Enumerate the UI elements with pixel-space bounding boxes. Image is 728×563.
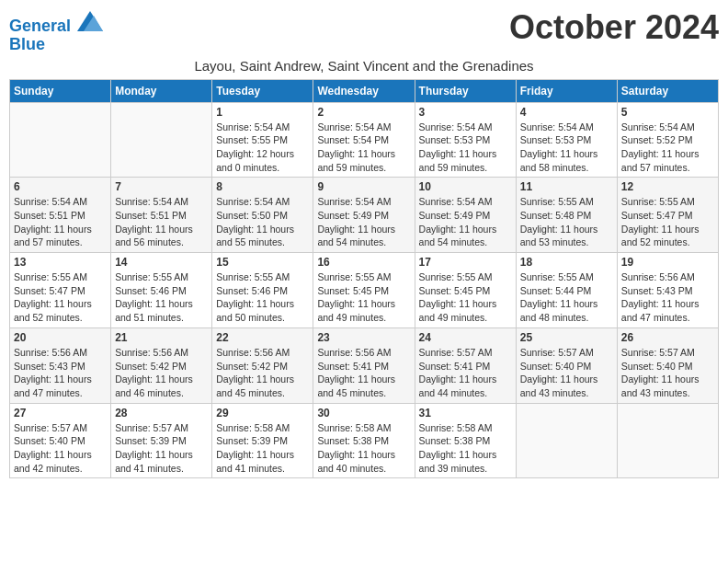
day-detail: Sunrise: 5:55 AMSunset: 5:47 PMDaylight:…: [14, 270, 107, 325]
calendar-cell: 17Sunrise: 5:55 AMSunset: 5:45 PMDayligh…: [415, 253, 516, 328]
calendar-week-row: 1Sunrise: 5:54 AMSunset: 5:55 PMDaylight…: [10, 102, 719, 178]
calendar-cell: 21Sunrise: 5:56 AMSunset: 5:42 PMDayligh…: [111, 327, 212, 403]
day-detail: Sunrise: 5:55 AMSunset: 5:45 PMDaylight:…: [317, 270, 410, 325]
calendar-cell: 9Sunrise: 5:54 AMSunset: 5:49 PMDaylight…: [313, 178, 415, 253]
day-detail: Sunrise: 5:58 AMSunset: 5:38 PMDaylight:…: [317, 421, 410, 476]
day-number: 2: [317, 106, 410, 119]
page-header: General Blue October 2024: [9, 9, 719, 54]
calendar-cell: 12Sunrise: 5:55 AMSunset: 5:47 PMDayligh…: [617, 178, 718, 253]
day-detail: Sunrise: 5:54 AMSunset: 5:50 PMDaylight:…: [216, 195, 309, 249]
day-of-week-header: Wednesday: [313, 79, 415, 102]
calendar-cell: 18Sunrise: 5:55 AMSunset: 5:44 PMDayligh…: [516, 253, 617, 328]
calendar-cell: 27Sunrise: 5:57 AMSunset: 5:40 PMDayligh…: [10, 403, 111, 478]
day-detail: Sunrise: 5:55 AMSunset: 5:44 PMDaylight:…: [520, 270, 613, 325]
day-detail: Sunrise: 5:54 AMSunset: 5:55 PMDaylight:…: [216, 121, 309, 175]
day-detail: Sunrise: 5:54 AMSunset: 5:53 PMDaylight:…: [419, 121, 512, 175]
logo-text: General: [9, 13, 103, 36]
day-detail: Sunrise: 5:56 AMSunset: 5:41 PMDaylight:…: [317, 346, 410, 400]
day-detail: Sunrise: 5:56 AMSunset: 5:42 PMDaylight:…: [115, 346, 208, 400]
day-number: 14: [115, 256, 208, 269]
calendar-cell: 2Sunrise: 5:54 AMSunset: 5:54 PMDaylight…: [313, 102, 415, 178]
day-detail: Sunrise: 5:56 AMSunset: 5:43 PMDaylight:…: [621, 270, 714, 325]
calendar-week-row: 13Sunrise: 5:55 AMSunset: 5:47 PMDayligh…: [10, 253, 719, 328]
day-of-week-header: Sunday: [10, 79, 111, 102]
day-number: 23: [317, 331, 410, 344]
calendar-cell: 15Sunrise: 5:55 AMSunset: 5:46 PMDayligh…: [212, 253, 313, 328]
day-number: 31: [419, 407, 512, 419]
day-of-week-header: Friday: [516, 79, 617, 102]
calendar-cell: 7Sunrise: 5:54 AMSunset: 5:51 PMDaylight…: [111, 178, 212, 253]
calendar-cell: 26Sunrise: 5:57 AMSunset: 5:40 PMDayligh…: [617, 327, 718, 403]
month-title: October 2024: [509, 9, 719, 46]
day-number: 15: [216, 256, 309, 269]
day-number: 18: [520, 256, 613, 269]
day-detail: Sunrise: 5:57 AMSunset: 5:41 PMDaylight:…: [419, 346, 512, 400]
day-number: 3: [419, 106, 512, 119]
day-number: 9: [317, 180, 410, 193]
calendar-cell: 22Sunrise: 5:56 AMSunset: 5:42 PMDayligh…: [212, 327, 313, 403]
subtitle: Layou, Saint Andrew, Saint Vincent and t…: [9, 58, 719, 74]
day-detail: Sunrise: 5:57 AMSunset: 5:40 PMDaylight:…: [621, 346, 714, 400]
logo: General Blue: [9, 13, 103, 54]
calendar-cell: 29Sunrise: 5:58 AMSunset: 5:39 PMDayligh…: [212, 403, 313, 478]
calendar-cell: 24Sunrise: 5:57 AMSunset: 5:41 PMDayligh…: [415, 327, 516, 403]
day-detail: Sunrise: 5:56 AMSunset: 5:42 PMDaylight:…: [216, 346, 309, 400]
day-number: 17: [419, 256, 512, 269]
day-detail: Sunrise: 5:55 AMSunset: 5:46 PMDaylight:…: [216, 270, 309, 325]
calendar-cell: 5Sunrise: 5:54 AMSunset: 5:52 PMDaylight…: [617, 102, 718, 178]
day-detail: Sunrise: 5:54 AMSunset: 5:49 PMDaylight:…: [317, 195, 410, 249]
day-number: 20: [14, 331, 107, 344]
calendar-cell: 30Sunrise: 5:58 AMSunset: 5:38 PMDayligh…: [313, 403, 415, 478]
day-detail: Sunrise: 5:57 AMSunset: 5:40 PMDaylight:…: [520, 346, 613, 400]
calendar-cell: 13Sunrise: 5:55 AMSunset: 5:47 PMDayligh…: [10, 253, 111, 328]
day-number: 25: [520, 331, 613, 344]
day-detail: Sunrise: 5:54 AMSunset: 5:49 PMDaylight:…: [419, 195, 512, 249]
day-number: 29: [216, 407, 309, 419]
day-number: 27: [14, 407, 107, 419]
day-of-week-header: Tuesday: [212, 79, 313, 102]
calendar-cell: [111, 102, 212, 178]
calendar-cell: 6Sunrise: 5:54 AMSunset: 5:51 PMDaylight…: [10, 178, 111, 253]
day-number: 13: [14, 256, 107, 269]
calendar-cell: 8Sunrise: 5:54 AMSunset: 5:50 PMDaylight…: [212, 178, 313, 253]
day-detail: Sunrise: 5:57 AMSunset: 5:40 PMDaylight:…: [14, 421, 107, 476]
calendar-week-row: 27Sunrise: 5:57 AMSunset: 5:40 PMDayligh…: [10, 403, 719, 478]
calendar-week-row: 20Sunrise: 5:56 AMSunset: 5:43 PMDayligh…: [10, 327, 719, 403]
day-number: 10: [419, 180, 512, 193]
calendar-cell: 3Sunrise: 5:54 AMSunset: 5:53 PMDaylight…: [415, 102, 516, 178]
calendar-cell: 20Sunrise: 5:56 AMSunset: 5:43 PMDayligh…: [10, 327, 111, 403]
day-detail: Sunrise: 5:55 AMSunset: 5:46 PMDaylight:…: [115, 270, 208, 325]
day-detail: Sunrise: 5:54 AMSunset: 5:52 PMDaylight:…: [621, 121, 714, 175]
calendar-cell: 25Sunrise: 5:57 AMSunset: 5:40 PMDayligh…: [516, 327, 617, 403]
day-detail: Sunrise: 5:54 AMSunset: 5:51 PMDaylight:…: [115, 195, 208, 249]
calendar-cell: 19Sunrise: 5:56 AMSunset: 5:43 PMDayligh…: [617, 253, 718, 328]
calendar-cell: 4Sunrise: 5:54 AMSunset: 5:53 PMDaylight…: [516, 102, 617, 178]
calendar-cell: 11Sunrise: 5:55 AMSunset: 5:48 PMDayligh…: [516, 178, 617, 253]
day-number: 8: [216, 180, 309, 193]
day-of-week-header: Thursday: [415, 79, 516, 102]
day-number: 6: [14, 180, 107, 193]
calendar-cell: 31Sunrise: 5:58 AMSunset: 5:38 PMDayligh…: [415, 403, 516, 478]
day-detail: Sunrise: 5:54 AMSunset: 5:54 PMDaylight:…: [317, 121, 410, 175]
day-number: 24: [419, 331, 512, 344]
day-number: 21: [115, 331, 208, 344]
calendar-cell: 1Sunrise: 5:54 AMSunset: 5:55 PMDaylight…: [212, 102, 313, 178]
logo-icon: [77, 11, 103, 31]
day-detail: Sunrise: 5:55 AMSunset: 5:47 PMDaylight:…: [621, 195, 714, 249]
calendar-table: SundayMondayTuesdayWednesdayThursdayFrid…: [9, 79, 719, 479]
day-detail: Sunrise: 5:54 AMSunset: 5:51 PMDaylight:…: [14, 195, 107, 249]
day-detail: Sunrise: 5:58 AMSunset: 5:39 PMDaylight:…: [216, 421, 309, 476]
day-number: 26: [621, 331, 714, 344]
calendar-cell: 16Sunrise: 5:55 AMSunset: 5:45 PMDayligh…: [313, 253, 415, 328]
calendar-cell: 28Sunrise: 5:57 AMSunset: 5:39 PMDayligh…: [111, 403, 212, 478]
day-number: 22: [216, 331, 309, 344]
calendar-cell: 14Sunrise: 5:55 AMSunset: 5:46 PMDayligh…: [111, 253, 212, 328]
title-section: October 2024: [509, 9, 719, 46]
day-number: 7: [115, 180, 208, 193]
day-number: 11: [520, 180, 613, 193]
day-number: 30: [317, 407, 410, 419]
calendar-cell: [10, 102, 111, 178]
day-detail: Sunrise: 5:57 AMSunset: 5:39 PMDaylight:…: [115, 421, 208, 476]
calendar-cell: [617, 403, 718, 478]
logo-blue-text: Blue: [9, 36, 103, 54]
